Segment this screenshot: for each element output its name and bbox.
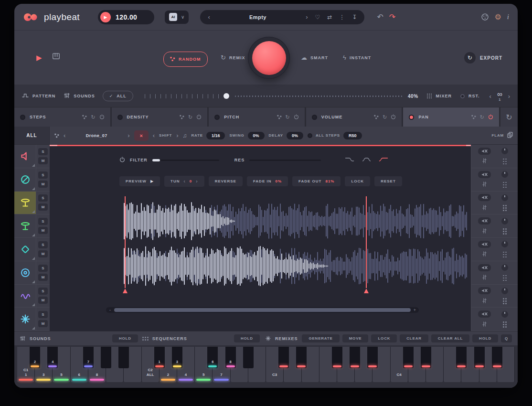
clear-button[interactable]: CLEAR: [400, 334, 428, 342]
step-grid-icon[interactable]: [502, 321, 507, 327]
track-corner-handle[interactable]: [32, 187, 35, 190]
smart-button[interactable]: ☁ SMART: [301, 54, 328, 61]
black-key[interactable]: [492, 347, 502, 368]
pattern-next-button[interactable]: ›: [508, 93, 510, 99]
black-key[interactable]: [101, 347, 111, 368]
export-button[interactable]: ↻ EXPORT: [464, 52, 502, 64]
track-mute-chip[interactable]: [478, 264, 491, 271]
dice-icon[interactable]: [82, 113, 87, 121]
black-key[interactable]: 4: [47, 347, 58, 368]
randomizer-globe-icon[interactable]: [481, 13, 489, 21]
dice-icon[interactable]: [180, 113, 184, 121]
track-corner-handle[interactable]: [32, 327, 35, 330]
mute-button[interactable]: M: [38, 297, 48, 304]
flam-label[interactable]: FLAM: [492, 133, 504, 138]
fade-in-control[interactable]: FADE IN 0%: [247, 176, 288, 186]
param-tab-radio[interactable]: [20, 115, 25, 120]
random-sample-dice-icon[interactable]: [54, 131, 59, 140]
ai-mode-dropdown[interactable]: AI ∨: [165, 11, 189, 24]
swing-value[interactable]: 0%: [248, 132, 265, 139]
shuffle-icon[interactable]: ⇄: [327, 14, 332, 20]
randomness-slider-knob[interactable]: [223, 93, 229, 99]
track-mute-chip[interactable]: [478, 194, 491, 201]
fade-out-control[interactable]: FADE OUT 81%: [292, 176, 340, 186]
metronome-play-icon[interactable]: ▶: [100, 12, 111, 22]
highpass-filter-icon[interactable]: [379, 156, 388, 164]
black-key[interactable]: [367, 347, 378, 368]
track-corner-handle[interactable]: [32, 164, 35, 167]
reset-button[interactable]: RESET: [374, 176, 402, 186]
track-knob[interactable]: [501, 194, 508, 201]
param-tab-radio[interactable]: [117, 115, 123, 120]
mute-button[interactable]: M: [38, 203, 48, 211]
step-grid-icon[interactable]: [502, 275, 507, 281]
preset-prev-button[interactable]: ‹: [208, 14, 210, 20]
preset-name[interactable]: Empty: [217, 14, 298, 20]
dice-icon[interactable]: [471, 113, 476, 121]
black-key[interactable]: 2: [30, 347, 40, 368]
filter-power-icon[interactable]: [119, 156, 125, 164]
param-tab-pitch[interactable]: PITCH↻: [209, 107, 305, 127]
waveform-display[interactable]: [51, 194, 469, 296]
all-steps-value[interactable]: R50: [343, 132, 362, 139]
track-faders-icon[interactable]: [482, 157, 487, 165]
black-key[interactable]: [403, 347, 414, 368]
solo-button[interactable]: S: [38, 218, 48, 225]
notes-icon[interactable]: ♫: [182, 132, 187, 139]
mute-button[interactable]: M: [38, 181, 48, 188]
shift-left-button[interactable]: ‹: [153, 132, 155, 139]
track-faders-icon[interactable]: [482, 250, 487, 258]
black-key[interactable]: [350, 347, 360, 368]
preset-next-button[interactable]: ›: [306, 14, 308, 20]
more-options-kebab-icon[interactable]: ⋮: [339, 14, 345, 20]
dice-icon[interactable]: [374, 113, 379, 121]
filter-slider[interactable]: [152, 160, 219, 161]
sequencers-hold-button[interactable]: HOLD: [234, 334, 260, 342]
save-download-icon[interactable]: ↧: [352, 14, 357, 20]
loop-icon[interactable]: ↻: [188, 115, 192, 120]
cycle-params-button[interactable]: ↻: [500, 107, 518, 127]
tune-down-button[interactable]: ‹: [184, 179, 186, 184]
power-icon[interactable]: [488, 113, 493, 121]
sounds-tab[interactable]: SOUNDS: [64, 92, 95, 100]
piano-view-icon[interactable]: [53, 53, 60, 59]
solo-button[interactable]: S: [38, 241, 48, 248]
param-tab-density[interactable]: DENSITY↻: [112, 107, 208, 127]
all-tracks-box[interactable]: ALL: [14, 127, 50, 144]
mute-button[interactable]: M: [38, 157, 48, 164]
solo-button[interactable]: S: [38, 194, 48, 202]
track-knob[interactable]: [501, 264, 508, 271]
track-mute-chip[interactable]: [478, 310, 491, 318]
mute-button[interactable]: M: [38, 227, 48, 234]
track-icon-burst[interactable]: [14, 308, 36, 331]
black-key[interactable]: 3: [172, 347, 182, 368]
favorite-heart-icon[interactable]: ♡: [315, 14, 320, 20]
reverse-button[interactable]: REVERSE: [209, 176, 243, 186]
timeline-strip[interactable]: [50, 145, 471, 146]
res-slider[interactable]: [249, 160, 321, 161]
bpm-display[interactable]: ▶ 120.00: [98, 10, 154, 24]
param-tab-radio[interactable]: [312, 115, 317, 120]
reset-dot-button[interactable]: [460, 94, 465, 98]
copy-icon[interactable]: [507, 131, 513, 140]
step-grid-icon[interactable]: [502, 228, 507, 234]
mixer-button[interactable]: MIXER: [427, 94, 452, 99]
delay-value[interactable]: 0%: [287, 132, 303, 139]
param-tab-pan[interactable]: PAN↻: [403, 107, 499, 127]
sample-next-button[interactable]: ›: [128, 132, 129, 139]
undo-button[interactable]: ↶: [377, 13, 383, 21]
lock-remix-button[interactable]: LOCK: [371, 334, 397, 342]
track-icon-speaker[interactable]: [14, 145, 36, 168]
track-corner-handle[interactable]: [32, 257, 35, 260]
loop-icon[interactable]: ↻: [286, 115, 290, 120]
generate-pad-button[interactable]: [252, 41, 286, 75]
step-grid-icon[interactable]: [502, 182, 507, 188]
black-key[interactable]: [278, 347, 289, 368]
param-tab-radio[interactable]: [214, 115, 220, 120]
track-icon-wave[interactable]: [14, 285, 36, 308]
track-mute-chip[interactable]: [478, 287, 491, 294]
track-knob[interactable]: [501, 218, 508, 224]
track-icon-snare[interactable]: [14, 168, 36, 191]
loop-icon[interactable]: ↻: [91, 115, 95, 120]
mute-button[interactable]: M: [38, 320, 48, 327]
